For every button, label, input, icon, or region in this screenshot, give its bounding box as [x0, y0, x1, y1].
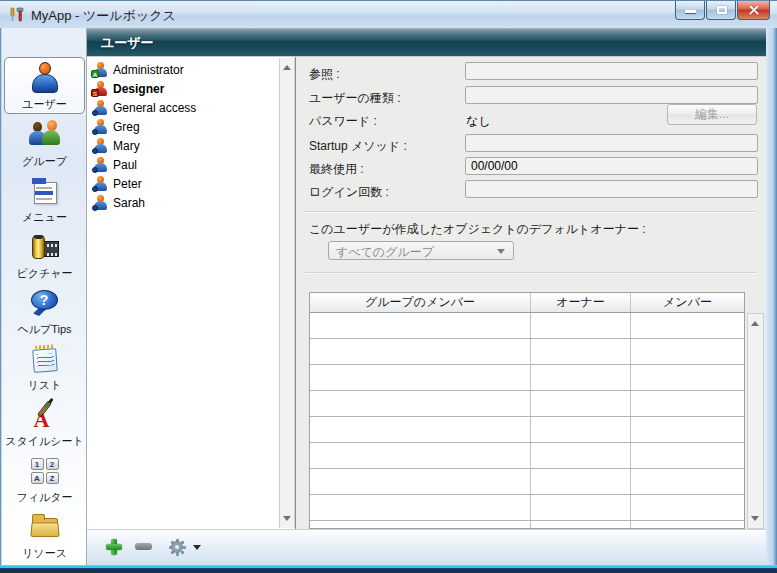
user-name: Greg	[113, 120, 140, 134]
stylesheet-icon: A	[28, 398, 62, 432]
scroll-down-icon[interactable]	[748, 511, 762, 526]
default-owner-dropdown[interactable]: すべてのグループ	[328, 241, 514, 260]
table-scrollbar[interactable]	[747, 313, 764, 529]
user-icon	[28, 61, 62, 95]
table-row[interactable]	[310, 495, 744, 521]
sidebar-item-filters[interactable]: 1 2 A Z フィルター	[5, 452, 84, 506]
menu-icon	[28, 174, 62, 208]
sidebar-item-label: フィルター	[16, 490, 72, 505]
user-admin-icon: A	[93, 62, 108, 77]
chevron-down-icon	[497, 249, 505, 254]
sidebar: ユーザー グループ メニュー ピクチャー ? ヘルプTips リスト A スタイ…	[2, 28, 87, 565]
minimize-button[interactable]	[675, 1, 705, 20]
table-row[interactable]	[310, 339, 744, 365]
user-name: Sarah	[113, 196, 145, 210]
user-icon	[93, 157, 108, 172]
user-icon	[93, 195, 108, 210]
filter-icon: 1 2 A Z	[28, 454, 62, 488]
folder-icon	[28, 510, 62, 544]
user-icon	[93, 119, 108, 134]
remove-user-button[interactable]	[135, 543, 152, 550]
user-name: Mary	[113, 139, 140, 153]
login-count-field[interactable]	[465, 180, 758, 198]
user-designer-icon: S	[93, 81, 108, 96]
group-members-table: グループのメンバー オーナー メンバー	[309, 292, 745, 529]
table-row[interactable]	[310, 417, 744, 443]
sidebar-item-label: ピクチャー	[16, 266, 72, 281]
close-button[interactable]	[737, 1, 770, 20]
sidebar-item-label: スタイルシート	[5, 434, 84, 449]
table-row[interactable]	[310, 443, 744, 469]
default-owner-label: このユーザーが作成したオブジェクトのデフォルトオーナー :	[309, 221, 646, 238]
window-title: MyApp - ツールボックス	[31, 7, 176, 25]
table-row[interactable]	[310, 391, 744, 417]
table-row[interactable]	[310, 365, 744, 391]
maximize-icon	[717, 6, 727, 14]
user-type-field[interactable]	[465, 86, 758, 104]
user-list-item[interactable]: General access	[87, 98, 277, 117]
login-count-label: ログイン回数 :	[309, 184, 389, 201]
user-list-item[interactable]: Paul	[87, 155, 277, 174]
detail-panel: 参照 : ユーザーの種類 : パスワード : なし 編集... Startup …	[296, 57, 766, 529]
sidebar-item-pictures[interactable]: ピクチャー	[5, 228, 84, 282]
toolbox-app-icon	[9, 7, 25, 23]
startup-method-label: Startup メソッド :	[309, 138, 407, 155]
picture-icon	[28, 230, 62, 264]
last-used-field[interactable]: 00/00/00	[465, 157, 758, 175]
window-border-bottom	[0, 565, 777, 573]
bottom-toolbar	[87, 529, 766, 565]
helptips-icon: ?	[28, 286, 62, 320]
reference-field[interactable]	[465, 62, 758, 80]
user-name: Administrator	[113, 63, 184, 77]
startup-method-field[interactable]	[465, 134, 758, 152]
user-list-item[interactable]: Mary	[87, 136, 277, 155]
user-icon	[93, 100, 108, 115]
sidebar-item-lists[interactable]: リスト	[5, 340, 84, 394]
sidebar-item-label: ユーザー	[22, 97, 67, 112]
titlebar[interactable]: MyApp - ツールボックス	[0, 0, 777, 28]
scroll-up-icon[interactable]	[748, 316, 762, 331]
user-icon	[93, 176, 108, 191]
sidebar-item-groups[interactable]: グループ	[5, 116, 84, 170]
user-list-item[interactable]: Greg	[87, 117, 277, 136]
user-list-scrollbar[interactable]	[279, 58, 295, 528]
table-header-row: グループのメンバー オーナー メンバー	[310, 293, 744, 313]
sidebar-item-helptips[interactable]: ? ヘルプTips	[5, 284, 84, 338]
sidebar-item-resources[interactable]: リソース	[5, 508, 84, 562]
table-row[interactable]	[310, 469, 744, 495]
add-user-button[interactable]	[106, 539, 122, 555]
gear-caret-down-icon[interactable]	[193, 545, 201, 550]
table-row[interactable]	[310, 521, 744, 529]
sidebar-item-label: リソース	[22, 546, 67, 561]
user-name: Designer	[113, 82, 164, 96]
user-name: Peter	[113, 177, 142, 191]
list-icon	[28, 342, 62, 376]
separator	[305, 272, 757, 274]
column-header-group-members[interactable]: グループのメンバー	[310, 293, 531, 312]
column-header-member[interactable]: メンバー	[631, 293, 744, 312]
user-name: General access	[113, 101, 196, 115]
group-icon	[28, 118, 62, 152]
user-list-item[interactable]: A Administrator	[87, 60, 277, 79]
sidebar-item-label: グループ	[22, 154, 67, 169]
edit-password-button[interactable]: 編集...	[667, 104, 757, 125]
user-name: Paul	[113, 158, 137, 172]
last-used-label: 最終使用 :	[309, 161, 364, 178]
section-header: ユーザー	[87, 28, 766, 57]
password-label: パスワード :	[309, 113, 377, 130]
maximize-button[interactable]	[706, 1, 736, 20]
user-list-item[interactable]: Sarah	[87, 193, 277, 212]
user-list-item[interactable]: S Designer	[87, 79, 277, 98]
sidebar-item-label: メニュー	[22, 210, 67, 225]
sidebar-item-menus[interactable]: メニュー	[5, 172, 84, 226]
sidebar-item-stylesheets[interactable]: A スタイルシート	[5, 396, 84, 450]
scroll-down-icon[interactable]	[280, 511, 294, 526]
gear-button[interactable]	[169, 539, 185, 555]
sidebar-item-users[interactable]: ユーザー	[4, 57, 85, 114]
column-header-owner[interactable]: オーナー	[531, 293, 631, 312]
table-row[interactable]	[310, 313, 744, 339]
scroll-up-icon[interactable]	[280, 60, 294, 75]
sidebar-item-label: リスト	[28, 378, 62, 393]
user-type-label: ユーザーの種類 :	[309, 90, 401, 107]
user-list-item[interactable]: Peter	[87, 174, 277, 193]
